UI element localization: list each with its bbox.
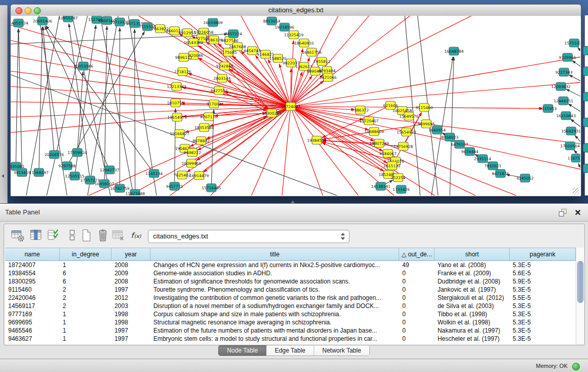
table-settings-icon[interactable] xyxy=(11,229,26,242)
graph-edge[interactable] xyxy=(571,119,580,127)
table-cell[interactable]: 22420046 xyxy=(5,294,59,302)
table-cell[interactable]: 1 xyxy=(59,335,111,343)
graph-edge[interactable] xyxy=(18,29,22,172)
table-row[interactable]: 1872400712008Changes of HCN gene express… xyxy=(5,261,576,270)
table-cell[interactable]: Nakamura et al. (1997) xyxy=(434,326,510,335)
table-cell[interactable]: 2 xyxy=(59,294,111,302)
table-cell[interactable]: 0 xyxy=(399,286,434,294)
column-header[interactable]: △ out_de... xyxy=(399,248,434,261)
table-cell[interactable]: 5.9E-5 xyxy=(510,277,576,286)
tab-node-table[interactable]: Node Table xyxy=(219,345,266,356)
graph-edge[interactable] xyxy=(568,104,580,112)
table-cell[interactable]: Dudbridge et al. (2008) xyxy=(434,277,510,286)
table-row[interactable]: 946362711997Embryonic stem cells: a mode… xyxy=(5,335,576,343)
table-cell[interactable]: Tourette syndrome. Phenomenology and cla… xyxy=(150,286,399,294)
table-row[interactable]: 1456911722003Disruption of a novel membe… xyxy=(5,302,576,310)
zoom-window-button[interactable] xyxy=(34,7,41,14)
collapsed-side-panel[interactable] xyxy=(0,5,8,203)
table-panel-header[interactable]: Table Panel × xyxy=(0,204,588,222)
table-row[interactable]: 977716911998Corpus callosum shape and si… xyxy=(5,310,576,318)
graph-edge[interactable] xyxy=(46,26,154,173)
table-cell[interactable]: 5.3E-5 xyxy=(510,302,576,310)
table-cell[interactable]: 19384554 xyxy=(5,269,59,277)
table-row[interactable]: 969969511998Structural magnetic resonanc… xyxy=(5,318,576,326)
graph-edge[interactable] xyxy=(128,16,157,195)
table-cell[interactable]: 49 xyxy=(399,261,434,270)
new-column-icon[interactable] xyxy=(80,229,94,242)
graph-edge[interactable] xyxy=(16,29,18,166)
column-header[interactable]: in_degree xyxy=(59,248,111,261)
network-graph[interactable]: 1872400718300295193845548660123891295518… xyxy=(11,16,580,195)
table-cell[interactable]: 2003 xyxy=(112,302,150,310)
table-cell[interactable]: 9463627 xyxy=(5,335,59,343)
delete-column-icon[interactable] xyxy=(96,229,111,242)
table-cell[interactable]: Genome-wide association studies in ADHD. xyxy=(150,269,399,277)
table-cell[interactable]: 1998 xyxy=(112,318,150,326)
tab-edge-table[interactable]: Edge Table xyxy=(266,345,314,356)
table-cell[interactable]: 0 xyxy=(399,335,434,343)
table-cell[interactable]: Changes of HCN gene expression and I(f) … xyxy=(150,261,399,270)
table-cell[interactable]: Disruption of a novel member of a sodium… xyxy=(150,302,399,310)
scrollbar-thumb[interactable] xyxy=(577,261,583,303)
table-cell[interactable]: 0 xyxy=(399,302,434,310)
table-cell[interactable]: de Silva et al. (2003) xyxy=(434,302,510,310)
column-header[interactable]: name xyxy=(5,248,59,261)
delete-table-icon[interactable] xyxy=(112,229,126,242)
table-cell[interactable]: 5.3E-5 xyxy=(510,286,576,294)
table-cell[interactable]: Structural magnetic resonance image aver… xyxy=(150,318,399,326)
table-cell[interactable]: Investigating the contribution of common… xyxy=(150,294,399,302)
graph-edge[interactable] xyxy=(67,32,145,166)
graph-edge[interactable] xyxy=(291,82,580,106)
graph-edge[interactable] xyxy=(291,106,384,171)
network-window[interactable]: citations_edges.txt 18724007183002951938… xyxy=(10,4,581,196)
table-cell[interactable]: 18724007 xyxy=(5,261,59,270)
graph-edge[interactable] xyxy=(77,72,83,152)
table-row[interactable]: 2242004622012Investigating the contribut… xyxy=(5,294,576,302)
table-cell[interactable]: 5.6E-5 xyxy=(510,269,576,277)
graph-edge[interactable] xyxy=(282,106,291,195)
function-builder-icon[interactable]: f(x) xyxy=(130,229,144,242)
table-cell[interactable]: 2012 xyxy=(112,294,150,302)
column-chooser-icon[interactable] xyxy=(30,229,44,242)
graph-edge[interactable] xyxy=(291,106,580,144)
graph-edge[interactable] xyxy=(210,106,291,126)
graph-edge[interactable] xyxy=(291,57,580,106)
rows-icon[interactable] xyxy=(66,229,80,242)
table-cell[interactable]: 9465546 xyxy=(5,326,59,335)
table-cell[interactable]: 14569117 xyxy=(5,302,59,310)
graph-edge[interactable] xyxy=(135,29,135,193)
table-cell[interactable]: 0 xyxy=(399,294,434,302)
close-panel-icon[interactable]: × xyxy=(575,206,581,219)
window-resize-grip[interactable] xyxy=(573,188,579,194)
table-cell[interactable]: 1997 xyxy=(112,286,150,294)
table-cell[interactable]: 2008 xyxy=(112,261,150,270)
minimize-window-button[interactable] xyxy=(25,7,32,14)
graph-edge[interactable] xyxy=(199,58,291,106)
table-cell[interactable]: 2 xyxy=(59,286,111,294)
table-cell[interactable]: 5.3E-5 xyxy=(510,310,576,318)
graph-edge[interactable] xyxy=(177,113,266,117)
table-cell[interactable]: Stergiakouli et al. (2012) xyxy=(434,294,510,302)
table-cell[interactable]: 2008 xyxy=(112,277,150,286)
table-row[interactable]: 946554611997Estimation of the future num… xyxy=(5,326,576,335)
column-header[interactable]: pagerank xyxy=(510,248,576,261)
table-cell[interactable]: Hescheler et al. (1997) xyxy=(434,335,510,343)
table-cell[interactable]: 6 xyxy=(59,277,111,286)
table-scrollbar[interactable] xyxy=(576,248,584,344)
background-window-sliver[interactable] xyxy=(584,15,588,195)
column-header[interactable]: title xyxy=(150,248,399,261)
table-cell[interactable]: 1 xyxy=(59,326,111,335)
table-cell[interactable]: Estimation of the future numbers of pati… xyxy=(150,326,399,335)
table-cell[interactable]: Franke et al. (2009) xyxy=(434,269,510,277)
table-cell[interactable]: 9699695 xyxy=(5,318,59,326)
table-cell[interactable]: 5.3E-5 xyxy=(510,261,576,270)
graph-edge[interactable] xyxy=(211,110,214,188)
table-cell[interactable]: Corpus callosum shape and size in male p… xyxy=(150,310,399,318)
column-header[interactable]: year xyxy=(112,248,150,261)
graph-edge[interactable] xyxy=(11,106,291,133)
graph-edge[interactable] xyxy=(566,89,580,97)
splitter-grip-icon[interactable] xyxy=(291,201,295,203)
table-cell[interactable]: 1997 xyxy=(112,335,150,343)
table-cell[interactable]: 0 xyxy=(399,277,434,286)
float-panel-icon[interactable] xyxy=(559,209,567,216)
